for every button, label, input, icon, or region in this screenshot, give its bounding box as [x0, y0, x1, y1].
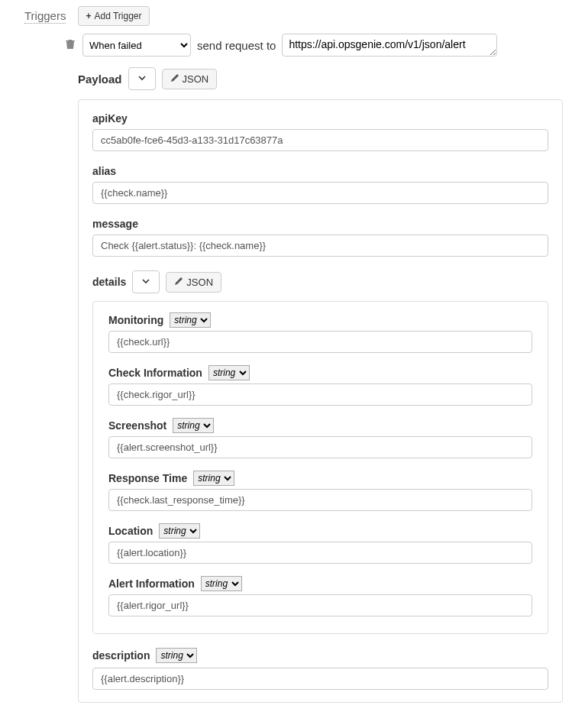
details-field-type-select[interactable]: string	[159, 523, 200, 539]
apikey-field-group: apiKey	[92, 112, 548, 151]
request-url-input[interactable]: https://api.opsgenie.com/v1/json/alert	[282, 34, 497, 57]
plus-icon: +	[86, 11, 91, 21]
alias-field-group: alias	[92, 165, 548, 204]
details-field-label: Alert Information	[108, 578, 195, 590]
payload-panel: apiKey alias message details	[78, 99, 563, 703]
trigger-condition-select[interactable]: When failed	[82, 34, 191, 57]
add-trigger-button[interactable]: + Add Trigger	[78, 6, 149, 26]
payload-title: Payload	[78, 73, 122, 86]
alias-label: alias	[92, 165, 548, 177]
alias-input[interactable]	[92, 182, 548, 204]
details-field: Response Timestring	[108, 471, 532, 511]
details-field-label: Check Information	[108, 367, 202, 379]
triggers-header-row: Triggers + Add Trigger	[9, 6, 563, 26]
details-field-type-select[interactable]: string	[170, 312, 211, 328]
payload-collapse-button[interactable]	[128, 67, 156, 90]
details-field-label: Screenshot	[108, 419, 166, 432]
details-panel: MonitoringstringCheck InformationstringS…	[92, 301, 548, 634]
details-field: Alert Informationstring	[108, 576, 532, 616]
apikey-input[interactable]	[92, 129, 548, 151]
description-input[interactable]	[92, 668, 548, 690]
details-field-input[interactable]	[108, 331, 532, 353]
details-field-label: Location	[108, 525, 153, 537]
details-field: Locationstring	[108, 523, 532, 564]
payload-json-label: JSON	[183, 73, 209, 85]
details-header: details JSON	[92, 270, 548, 293]
details-field-label: Response Time	[108, 472, 187, 484]
details-field: Screenshotstring	[108, 418, 532, 458]
chevron-down-icon	[142, 277, 150, 287]
chevron-down-icon	[138, 73, 146, 84]
details-field: Monitoringstring	[108, 312, 532, 353]
details-json-button[interactable]: JSON	[166, 272, 221, 293]
details-field-type-select[interactable]: string	[173, 418, 214, 433]
details-field-input[interactable]	[108, 594, 532, 616]
message-label: message	[92, 218, 548, 230]
description-field-group: description string	[92, 648, 548, 690]
trigger-condition-row: When failed send request to https://api.…	[9, 34, 563, 57]
details-field-input[interactable]	[108, 383, 532, 406]
details-title: details	[92, 276, 126, 288]
pencil-icon	[170, 73, 179, 85]
details-field-label: Monitoring	[108, 314, 163, 326]
details-field-type-select[interactable]: string	[208, 365, 250, 380]
description-type-select[interactable]: string	[156, 648, 197, 663]
details-collapse-button[interactable]	[132, 270, 160, 293]
trash-icon	[66, 40, 75, 52]
triggers-label: Triggers	[24, 9, 66, 24]
payload-header: Payload JSON	[78, 67, 563, 90]
send-request-to-label: send request to	[197, 39, 276, 52]
add-trigger-label: Add Trigger	[94, 11, 141, 21]
details-field-input[interactable]	[108, 489, 532, 511]
message-field-group: message	[92, 218, 548, 257]
delete-trigger-button[interactable]	[64, 37, 76, 53]
apikey-label: apiKey	[92, 112, 548, 125]
details-field-type-select[interactable]: string	[193, 471, 234, 486]
details-field-type-select[interactable]: string	[201, 576, 242, 591]
pencil-icon	[174, 277, 183, 288]
description-label: description	[92, 649, 150, 662]
details-field: Check Informationstring	[108, 365, 532, 406]
message-input[interactable]	[92, 235, 548, 257]
details-field-input[interactable]	[108, 436, 532, 458]
payload-json-button[interactable]: JSON	[162, 69, 218, 89]
details-field-input[interactable]	[108, 542, 532, 564]
details-json-label: JSON	[186, 277, 213, 288]
